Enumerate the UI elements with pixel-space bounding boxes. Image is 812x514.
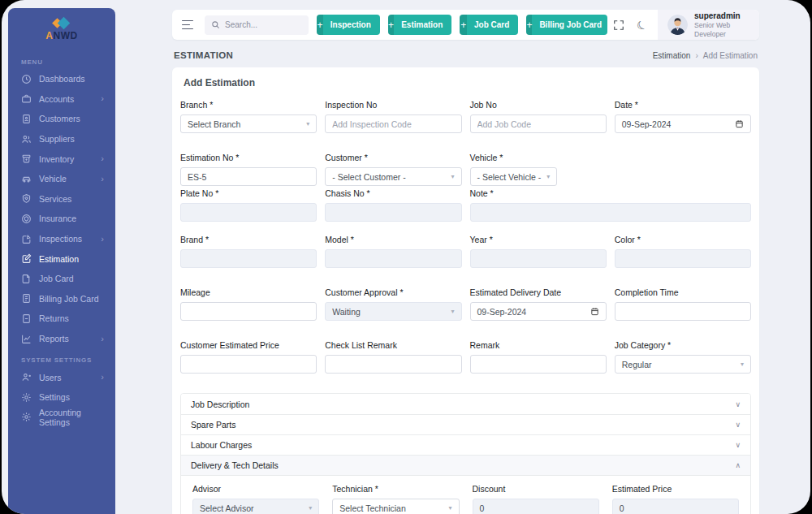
- file-minus-icon: [21, 313, 32, 324]
- year-label: Year *: [470, 235, 607, 244]
- sidebar-item-estimation[interactable]: Estimation: [8, 248, 115, 269]
- sidebar-item-inventory[interactable]: Inventory ›: [8, 149, 115, 169]
- sidebar-item-customers[interactable]: Customers: [8, 109, 115, 129]
- app-logo[interactable]: ANWD: [8, 8, 115, 50]
- completion-time-input[interactable]: [615, 302, 751, 321]
- date-label: Date *: [615, 100, 751, 110]
- heart-badge-icon: [21, 193, 32, 204]
- accordion-labour-charges[interactable]: Labour Charges ∨: [181, 434, 750, 455]
- accordion-delivery-tech-details[interactable]: Delivery & Tech Details ∧: [181, 455, 750, 475]
- people-icon: [21, 134, 32, 145]
- sidebar-item-label: Billing Job Card: [39, 294, 99, 304]
- dashboard-icon: [21, 74, 32, 84]
- advisor-label: Advisor: [192, 484, 319, 494]
- discount-label: Discount: [473, 484, 599, 494]
- sidebar-item-label: Settings: [39, 392, 70, 402]
- chevron-down-icon: ∨: [735, 400, 741, 408]
- estimated-delivery-date-input[interactable]: 09-Sep-2024: [470, 302, 607, 321]
- sidebar-item-suppliers[interactable]: Suppliers: [8, 129, 115, 149]
- add-estimation-button[interactable]: + Estimation: [388, 15, 451, 35]
- year-input: [470, 249, 607, 268]
- briefcase-icon: [21, 93, 32, 104]
- inspection-no-label: Inspection No: [325, 100, 461, 110]
- delivery-tech-details-body: Advisor Select Advisor ▾ Technician * Se…: [181, 475, 750, 514]
- vehicle-label: Vehicle *: [470, 153, 607, 162]
- add-inspection-button[interactable]: + Inspection: [317, 15, 380, 35]
- sidebar-item-label: Dashboards: [39, 74, 85, 84]
- main-area: + Inspection + Estimation + Job Card + B…: [172, 0, 759, 514]
- page-head: ESTIMATION Estimation › Add Estimation: [172, 40, 759, 67]
- date-input[interactable]: 09-Sep-2024: [615, 114, 751, 133]
- topbar: + Inspection + Estimation + Job Card + B…: [172, 10, 759, 40]
- completion-time-label: Completion Time: [615, 287, 751, 297]
- estimation-no-input[interactable]: [180, 167, 317, 186]
- vehicle-select[interactable]: - Select Vehicle - ▾: [470, 167, 558, 186]
- card-title: Add Estimation: [172, 67, 759, 97]
- sidebar-item-billing-job-card[interactable]: Billing Job Card: [8, 289, 115, 309]
- remark-input[interactable]: [470, 355, 607, 374]
- customer-select[interactable]: - Select Customer - ▾: [325, 167, 461, 186]
- technician-select[interactable]: Select Technician ▾: [332, 499, 459, 514]
- sidebar-item-accounting-settings[interactable]: Accounting Settings: [8, 408, 115, 428]
- add-billing-job-card-button[interactable]: + Billing Job Card: [526, 15, 607, 35]
- sidebar-item-insurance[interactable]: Insurance: [8, 209, 115, 229]
- sidebar-item-job-card[interactable]: Job Card: [8, 269, 115, 289]
- add-estimation-card: Add Estimation Branch * Select Branch ▾ …: [172, 67, 759, 514]
- customer-label: Customer *: [325, 153, 461, 162]
- job-category-select[interactable]: Regular ▾: [615, 355, 751, 374]
- branch-select[interactable]: Select Branch ▾: [180, 114, 317, 133]
- estimated-price-label: Estimated Price: [612, 484, 739, 494]
- brand-label: Brand *: [180, 235, 317, 244]
- plate-no-input: [180, 203, 317, 222]
- plus-icon: +: [460, 15, 467, 35]
- search-input[interactable]: [225, 20, 302, 29]
- accordion-job-description[interactable]: Job Description ∨: [181, 394, 750, 414]
- chevron-down-icon: ∨: [735, 441, 741, 449]
- breadcrumb-separator-icon: ›: [695, 51, 698, 60]
- sidebar-item-accounts[interactable]: Accounts ›: [8, 89, 115, 110]
- chevron-down-icon: ▾: [309, 504, 312, 512]
- chevron-right-icon: ›: [101, 235, 104, 244]
- user-profile-menu[interactable]: superadmin Senior Web Developer: [658, 10, 759, 40]
- sidebar-item-dashboards[interactable]: Dashboards: [8, 69, 115, 89]
- customer-estimated-price-input[interactable]: [180, 355, 317, 374]
- moon-icon: ☾: [634, 17, 649, 33]
- sidebar-item-label: Services: [39, 194, 71, 204]
- sidebar-item-reports[interactable]: Reports ›: [8, 329, 115, 349]
- customer-estimated-price-label: Customer Estimated Price: [180, 340, 317, 350]
- breadcrumb-parent[interactable]: Estimation: [653, 51, 691, 60]
- avatar: [667, 15, 688, 35]
- note-label: Note *: [470, 188, 752, 198]
- sidebar-item-users[interactable]: Users ›: [8, 367, 115, 387]
- sidebar-item-inspections[interactable]: Inspections ›: [8, 229, 115, 249]
- check-list-remark-input[interactable]: [325, 355, 461, 374]
- sidebar-item-returns[interactable]: Returns: [8, 309, 115, 329]
- customer-approval-select[interactable]: Waiting ▾: [325, 302, 461, 321]
- advisor-select[interactable]: Select Advisor ▾: [192, 499, 319, 514]
- dark-mode-button[interactable]: ☾: [630, 10, 653, 40]
- chevron-down-icon: ▾: [451, 173, 454, 180]
- box-icon: [21, 153, 32, 164]
- calendar-icon: [590, 307, 599, 316]
- inspection-no-input[interactable]: [325, 114, 461, 133]
- page-title: ESTIMATION: [174, 50, 233, 60]
- color-input: [615, 249, 751, 268]
- hamburger-menu-icon[interactable]: [182, 20, 193, 30]
- sidebar-item-label: Vehicle: [39, 174, 67, 184]
- job-no-input[interactable]: [470, 114, 607, 133]
- search-box[interactable]: [205, 15, 309, 35]
- add-job-card-button[interactable]: + Job Card: [460, 15, 518, 35]
- model-label: Model *: [325, 235, 461, 244]
- plate-no-label: Plate No *: [180, 188, 317, 198]
- chasis-no-label: Chasis No *: [325, 188, 461, 198]
- mileage-input[interactable]: [180, 302, 317, 321]
- sidebar-item-settings[interactable]: Settings: [8, 387, 115, 408]
- sidebar-item-vehicle[interactable]: Vehicle ›: [8, 169, 115, 189]
- estimated-delivery-date-label: Estimated Delivery Date: [470, 287, 607, 297]
- sidebar-item-label: Inspections: [39, 234, 82, 244]
- logo-text: ANWD: [45, 30, 77, 41]
- accordion-spare-parts[interactable]: Spare Parts ∨: [181, 414, 750, 434]
- user-role: Senior Web Developer: [694, 21, 746, 38]
- fullscreen-button[interactable]: [607, 10, 630, 40]
- sidebar-item-services[interactable]: Services: [8, 189, 115, 209]
